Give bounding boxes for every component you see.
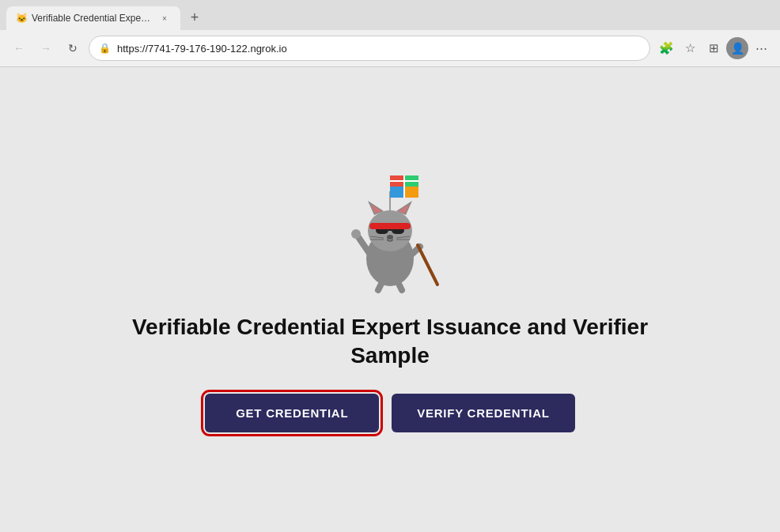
browser-chrome: 🐱 Verifiable Credential Expert Cl × + ← …: [0, 0, 780, 67]
svg-point-9: [387, 235, 393, 240]
svg-rect-24: [390, 187, 404, 198]
back-button[interactable]: ←: [8, 37, 30, 59]
svg-line-19: [378, 282, 382, 290]
verify-credential-button[interactable]: VERIFY CREDENTIAL: [392, 394, 575, 432]
favorites-icon: ☆: [685, 41, 695, 55]
refresh-icon: ↻: [68, 42, 78, 55]
lock-icon: 🔒: [99, 43, 111, 54]
favorites-button[interactable]: ☆: [679, 37, 701, 59]
forward-icon: →: [40, 42, 51, 55]
forward-button[interactable]: →: [35, 37, 57, 59]
active-tab[interactable]: 🐱 Verifiable Credential Expert Cl ×: [6, 6, 180, 30]
svg-point-16: [351, 229, 361, 239]
tab-bar: 🐱 Verifiable Credential Expert Cl × +: [0, 0, 780, 30]
buttons-row: GET CREDENTIAL VERIFY CREDENTIAL: [205, 394, 575, 432]
back-icon: ←: [13, 42, 25, 55]
new-tab-button[interactable]: +: [184, 6, 206, 28]
profile-button[interactable]: 👤: [726, 37, 748, 59]
svg-line-18: [418, 245, 437, 285]
profile-icon: 👤: [731, 42, 744, 55]
tab-close-button[interactable]: ×: [158, 12, 171, 25]
collections-button[interactable]: ⊞: [702, 37, 725, 59]
svg-line-20: [398, 282, 402, 290]
page-title: Verifiable Credential Expert Issuance an…: [121, 313, 659, 371]
extensions-icon: 🧩: [659, 41, 674, 55]
address-bar[interactable]: 🔒 https://7741-79-176-190-122.ngrok.io: [89, 36, 650, 61]
page-content: Verifiable Credential Expert Issuance an…: [0, 67, 780, 532]
svg-rect-25: [404, 187, 418, 198]
tab-favicon: 🐱: [16, 13, 27, 24]
svg-line-15: [358, 237, 370, 255]
svg-rect-14: [369, 223, 411, 229]
tab-title: Verifiable Credential Expert Cl: [32, 13, 153, 24]
get-credential-button[interactable]: GET CREDENTIAL: [205, 394, 379, 432]
mascot-container: [335, 168, 445, 297]
extensions-button[interactable]: 🧩: [655, 37, 677, 59]
refresh-button[interactable]: ↻: [62, 37, 84, 59]
more-button[interactable]: ⋯: [750, 37, 772, 59]
nav-actions: 🧩 ☆ ⊞ 👤 ⋯: [655, 37, 772, 59]
url-text: https://7741-79-176-190-122.ngrok.io: [117, 43, 640, 55]
mascot-image: [335, 168, 445, 294]
more-icon: ⋯: [755, 41, 767, 55]
collections-icon: ⊞: [709, 41, 719, 55]
nav-bar: ← → ↻ 🔒 https://7741-79-176-190-122.ngro…: [0, 30, 780, 66]
